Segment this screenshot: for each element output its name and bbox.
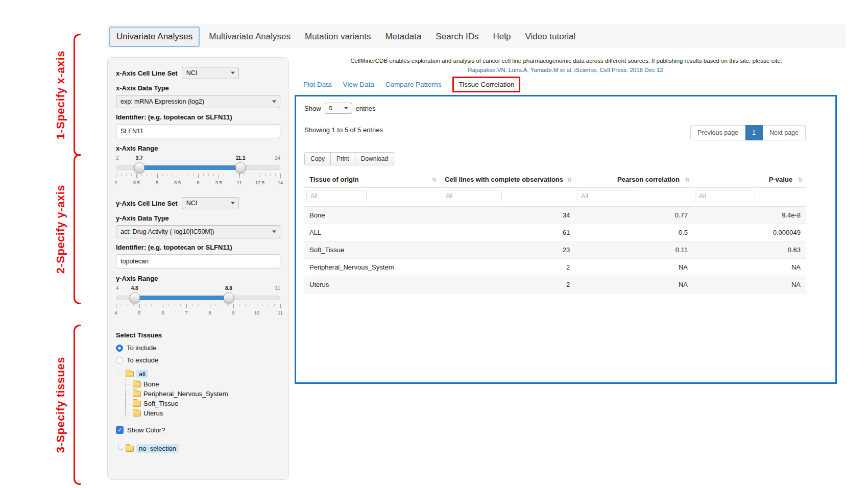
x-range-slider[interactable]: 2 3.7 11.1 14 2 3.5 5 6.5 8 9.5 11 12.5 … bbox=[116, 155, 280, 188]
cell-tissue: Bone bbox=[304, 207, 440, 224]
next-page-button[interactable]: Next page bbox=[763, 125, 806, 140]
tick-label: 2 bbox=[114, 180, 117, 185]
column-header-tissue-of-origin[interactable]: Tissue of origin ⇅ bbox=[304, 172, 440, 188]
download-button[interactable]: Download bbox=[355, 152, 394, 165]
cell-pearson: NA bbox=[575, 276, 693, 294]
column-header-p-value[interactable]: P-value ⇅ bbox=[693, 172, 806, 188]
cell-cell-lines: 61 bbox=[440, 224, 575, 241]
print-button[interactable]: Print bbox=[331, 152, 355, 165]
sort-icon[interactable]: ⇅ bbox=[798, 176, 803, 183]
tree-connector bbox=[118, 444, 123, 450]
column-header-cell-lines[interactable]: Cell lines with complete observations ⇅ bbox=[440, 172, 575, 188]
citation-text: CellMinerCDB enables exploration and ana… bbox=[296, 56, 836, 65]
tick-label: 14 bbox=[278, 180, 283, 185]
x-data-type-select[interactable]: exp: mRNA Expression (log2) bbox=[116, 95, 280, 108]
table-row: Bone 34 0.77 9.4e-8 bbox=[304, 207, 806, 224]
tick-label: 9.5 bbox=[215, 180, 222, 185]
tree-node-all[interactable]: all bbox=[118, 369, 280, 379]
y-slider-handle-low[interactable] bbox=[129, 292, 140, 303]
tree-node-soft-tissue[interactable]: Soft_Tissue bbox=[126, 399, 280, 408]
y-cell-line-set-select[interactable]: NCI bbox=[182, 197, 239, 209]
tab-view-data[interactable]: View Data bbox=[343, 81, 374, 88]
annotation-step-1: 1-Specify x-axis bbox=[54, 34, 81, 156]
sort-icon[interactable]: ⇅ bbox=[685, 176, 690, 183]
tree-node-all-label: all bbox=[136, 370, 148, 378]
slider-active-bar bbox=[139, 165, 240, 170]
x-cell-line-set-label: x-Axis Cell Line Set bbox=[116, 69, 178, 77]
copy-button[interactable]: Copy bbox=[304, 152, 331, 165]
page-1-button[interactable]: 1 bbox=[745, 125, 763, 140]
x-cell-line-set-select[interactable]: NCI bbox=[182, 67, 239, 79]
cell-pearson: 0.11 bbox=[575, 241, 693, 259]
x-range-label: x-Axis Range bbox=[116, 144, 280, 152]
filter-input-tissue[interactable] bbox=[306, 190, 367, 202]
y-slider-handle-high[interactable] bbox=[223, 292, 234, 303]
chevron-down-icon bbox=[272, 101, 276, 103]
sort-icon[interactable]: ⇅ bbox=[432, 176, 437, 183]
x-cell-line-set-value: NCI bbox=[186, 69, 198, 77]
filter-input-p-value[interactable] bbox=[695, 190, 755, 202]
tree-node-bone[interactable]: Bone bbox=[126, 379, 280, 389]
tick-label: 5 bbox=[156, 180, 158, 185]
check-icon: ✓ bbox=[117, 427, 122, 433]
sort-icon[interactable]: ⇅ bbox=[567, 176, 572, 183]
nav-item-search-ids[interactable]: Search IDs bbox=[428, 27, 486, 47]
to-exclude-label: To exclude bbox=[127, 356, 158, 364]
filter-input-pearson[interactable] bbox=[577, 190, 637, 202]
cell-cell-lines: 23 bbox=[440, 241, 575, 259]
y-identifier-input[interactable] bbox=[116, 254, 280, 269]
tab-tissue-correlation[interactable]: Tissue Correlation bbox=[452, 77, 520, 92]
tree-node-uterus[interactable]: Uterus bbox=[126, 408, 280, 418]
table-row: ALL 61 0.5 0.000049 bbox=[304, 224, 806, 241]
tab-compare-patterns[interactable]: Compare Patterns bbox=[385, 81, 442, 88]
nav-item-mutation-variants[interactable]: Mutation variants bbox=[298, 27, 378, 47]
x-slider-handle-high[interactable] bbox=[235, 162, 246, 173]
tree-node-no-selection-label: no_selection bbox=[136, 444, 179, 453]
tree-node-bone-label: Bone bbox=[143, 380, 159, 388]
annotation-step-3: 3-Specify tissues bbox=[54, 325, 81, 485]
nav-item-multivariate-analyses[interactable]: Multivariate Analyses bbox=[202, 27, 298, 47]
select-tissues-title: Select Tissues bbox=[116, 331, 280, 339]
to-exclude-radio[interactable] bbox=[116, 357, 123, 364]
to-include-radio[interactable] bbox=[116, 345, 123, 352]
tab-plot-data[interactable]: Plot Data bbox=[303, 81, 332, 88]
citation-block: CellMinerCDB enables exploration and ana… bbox=[296, 56, 836, 75]
y-cell-line-set-value: NCI bbox=[186, 200, 198, 207]
cell-tissue: Peripheral_Nervous_System bbox=[304, 259, 440, 276]
to-include-radio-row[interactable]: To include bbox=[116, 344, 280, 352]
folder-icon bbox=[126, 371, 134, 377]
column-header-pearson-correlation[interactable]: Pearson correlation ⇅ bbox=[575, 172, 693, 188]
annotation-step-2-label: 2-Specify y-axis bbox=[54, 185, 67, 274]
tree-node-peripheral-nervous-system[interactable]: Peripheral_Nervous_System bbox=[126, 389, 280, 399]
nav-item-metadata[interactable]: Metadata bbox=[378, 27, 428, 47]
export-button-group: Copy Print Download bbox=[304, 152, 827, 165]
page: 1-Specify x-axis 2-Specify y-axis 3-Spec… bbox=[0, 0, 868, 488]
y-range-label: y-Axis Range bbox=[116, 275, 280, 282]
nav-item-video-tutorial[interactable]: Video tutorial bbox=[518, 27, 583, 47]
tick-label: 5 bbox=[138, 310, 140, 315]
show-color-label: Show Color? bbox=[127, 426, 165, 434]
to-exclude-radio-row[interactable]: To exclude bbox=[116, 356, 280, 364]
chevron-down-icon bbox=[272, 231, 276, 233]
citation-link[interactable]: Rajapakse.VN, Luna.A, Yamade.M et al. iS… bbox=[296, 65, 836, 75]
nav-item-univariate-analyses[interactable]: Univariate Analyses bbox=[109, 27, 200, 47]
x-identifier-input[interactable] bbox=[116, 124, 280, 138]
y-range-slider[interactable]: 4 4.8 8.8 11 4 5 6 7 8 9 10 1 bbox=[116, 285, 280, 318]
entries-label: entries bbox=[356, 105, 376, 112]
show-color-checkbox[interactable]: ✓ bbox=[116, 426, 124, 434]
cell-p-value: 9.4e-8 bbox=[693, 207, 806, 224]
y-data-type-select[interactable]: act: Drug Activity (-log10[IC50M]) bbox=[116, 225, 280, 238]
y-identifier-label: Identifier: (e.g. topotecan or SLFN11) bbox=[116, 243, 280, 251]
x-slider-handle-low[interactable] bbox=[134, 162, 144, 173]
nav-item-help[interactable]: Help bbox=[486, 27, 518, 47]
tick-label: 7 bbox=[185, 310, 187, 315]
tree-node-no-selection[interactable]: no_selection bbox=[118, 443, 280, 454]
previous-page-button[interactable]: Previous page bbox=[690, 125, 745, 140]
tree-node-soft-tissue-label: Soft_Tissue bbox=[143, 400, 178, 407]
filter-input-cell-lines[interactable] bbox=[442, 190, 502, 202]
show-color-row[interactable]: ✓ Show Color? bbox=[116, 426, 280, 434]
x-data-type-value: exp: mRNA Expression (log2) bbox=[120, 98, 204, 105]
show-entries-value: 5 bbox=[329, 105, 332, 111]
tissue-correlation-panel: Show 5 entries Showing 1 to 5 of 5 entri… bbox=[295, 95, 837, 384]
show-entries-select[interactable]: 5 bbox=[325, 103, 352, 114]
